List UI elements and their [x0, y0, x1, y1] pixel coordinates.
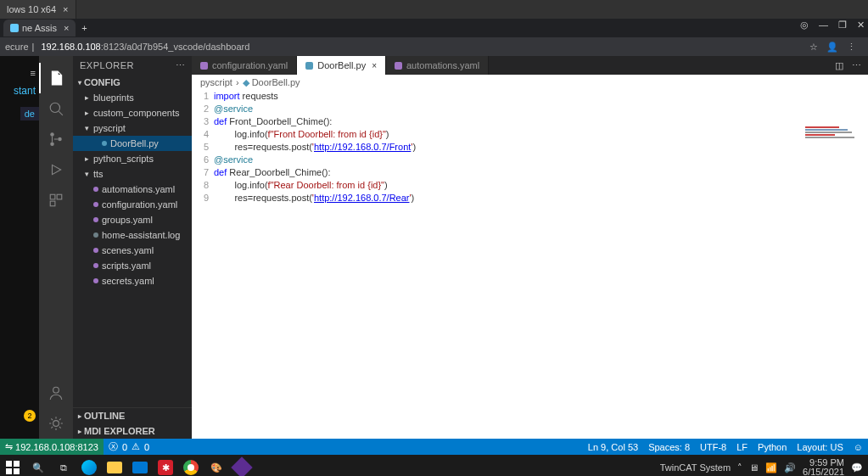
vm-tab-title: lows 10 x64	[7, 4, 56, 14]
clock[interactable]: 9:59 PM 6/15/2021	[803, 458, 844, 476]
edge-icon[interactable]	[76, 455, 102, 476]
vs-icon[interactable]	[229, 455, 255, 476]
svg-rect-6	[50, 201, 55, 206]
cursor-position[interactable]: Ln 9, Col 53	[583, 442, 643, 452]
accounts-icon[interactable]	[39, 378, 73, 408]
tree-item[interactable]: groups.yaml	[73, 212, 192, 227]
svg-point-7	[53, 387, 59, 393]
maximize-icon[interactable]: ❐	[838, 20, 847, 31]
svg-point-2	[50, 142, 54, 146]
addr-path: :8123/a0d7b954_vscode/dashboard	[101, 42, 250, 52]
split-editor-icon[interactable]: ◫	[835, 60, 843, 71]
mail-icon[interactable]	[127, 455, 153, 476]
editor-tab[interactable]: DoorBell.py×	[297, 56, 386, 75]
language-mode[interactable]: Python	[753, 442, 792, 452]
tree-root[interactable]: ▾CONFIG	[73, 75, 192, 90]
settings-icon[interactable]	[39, 408, 73, 439]
explorer-title: EXPLORER	[80, 60, 134, 70]
ha-menu-icon[interactable]: ≡	[27, 64, 39, 81]
browser-tab-close-icon[interactable]: ×	[64, 23, 69, 33]
encoding[interactable]: UTF-8	[695, 442, 731, 452]
svg-point-1	[50, 132, 54, 137]
remote-indicator[interactable]: ⇋ 192.168.0.108:8123	[0, 439, 104, 455]
svg-point-0	[50, 103, 59, 112]
tree-item[interactable]: configuration.yaml	[73, 197, 192, 212]
layout[interactable]: Layout: US	[792, 442, 848, 452]
twincat-label[interactable]: TwinCAT System	[660, 462, 731, 473]
problems-button[interactable]: ⓧ0 ⚠0	[104, 440, 154, 453]
warning-icon: ⚠	[132, 441, 140, 452]
minimap[interactable]	[805, 126, 865, 160]
tree-item[interactable]: secrets.yaml	[73, 273, 192, 288]
vm-tab[interactable]: lows 10 x64 ×	[0, 0, 76, 19]
tree-item[interactable]: DoorBell.py	[73, 136, 192, 151]
start-button[interactable]	[0, 455, 25, 476]
feedback-icon[interactable]: ☺	[848, 442, 868, 452]
editor-tab[interactable]: configuration.yaml	[192, 56, 297, 75]
target-icon[interactable]: ◎	[800, 20, 809, 31]
search-icon[interactable]	[39, 93, 73, 124]
svg-point-3	[58, 137, 62, 142]
tree-item[interactable]: ▸python_scripts	[73, 151, 192, 166]
browser-tab-title: ne Assis	[22, 23, 57, 33]
tree-item[interactable]: scenes.yaml	[73, 243, 192, 258]
tree-item[interactable]: ▾pyscript	[73, 120, 192, 136]
svg-rect-12	[14, 468, 20, 474]
editor-area[interactable]: 123456789 import requests @service def F…	[192, 90, 868, 439]
tray-chevron-icon[interactable]: ˄	[737, 462, 742, 473]
file-explorer-icon[interactable]	[102, 455, 127, 476]
tree-item[interactable]: ▸custom_components	[73, 105, 192, 120]
mdi-section[interactable]: ▸MDI EXPLORER	[73, 423, 192, 439]
svg-rect-10	[14, 461, 20, 467]
source-control-icon[interactable]	[39, 124, 73, 154]
tree-item[interactable]: ▾tts	[73, 166, 192, 182]
outline-section[interactable]: ▸OUTLINE	[73, 407, 192, 423]
chrome-icon[interactable]	[178, 455, 204, 476]
close-icon[interactable]: ✕	[857, 20, 865, 31]
eol[interactable]: LF	[731, 442, 753, 452]
tree-item[interactable]: ▸blueprints	[73, 90, 192, 105]
tree-item[interactable]: home-assistant.log	[73, 227, 192, 243]
more-icon[interactable]: ⋯	[176, 60, 186, 71]
tab-close-icon[interactable]: ×	[372, 61, 377, 70]
vm-tab-close-icon[interactable]: ×	[63, 4, 68, 14]
favicon-icon	[10, 24, 19, 32]
remote-icon: ⇋	[5, 441, 13, 452]
notification-badge[interactable]: 2	[24, 410, 36, 422]
extensions-icon[interactable]	[39, 185, 73, 216]
minimize-icon[interactable]: —	[819, 20, 828, 31]
ha-sidebar-item[interactable]: de	[20, 107, 39, 120]
indentation[interactable]: Spaces: 8	[643, 442, 695, 452]
svg-rect-11	[6, 468, 12, 474]
svg-rect-5	[57, 194, 62, 199]
notifications-icon[interactable]: 💬	[851, 462, 863, 473]
taskbar-search-icon[interactable]: 🔍	[25, 455, 51, 476]
app-icon-red[interactable]: ✱	[153, 455, 178, 476]
tray-network-icon[interactable]: 📶	[765, 462, 777, 473]
tree-item[interactable]: scripts.yaml	[73, 258, 192, 273]
svg-rect-4	[50, 194, 55, 199]
svg-point-8	[53, 421, 59, 427]
address-bar[interactable]: ecure | 192.168.0.108 :8123/a0d7b954_vsc…	[0, 37, 868, 56]
browser-tab[interactable]: ne Assis ×	[3, 20, 76, 36]
menu-icon[interactable]: ⋮	[847, 42, 856, 53]
account-icon[interactable]: 👤	[826, 42, 838, 53]
star-icon[interactable]: ☆	[809, 42, 818, 53]
svg-rect-9	[6, 461, 12, 467]
tray-volume-icon[interactable]: 🔊	[784, 462, 796, 473]
task-view-icon[interactable]: ⧉	[51, 455, 76, 476]
paint-icon[interactable]: 🎨	[204, 455, 229, 476]
breadcrumb[interactable]: pyscript› ◆ DoorBell.py	[192, 75, 868, 90]
addr-host: 192.168.0.108	[41, 42, 100, 52]
debug-icon[interactable]	[39, 154, 73, 185]
tray-monitor-icon[interactable]: 🖥	[749, 462, 759, 473]
explorer-icon[interactable]	[39, 63, 73, 93]
tree-item[interactable]: automations.yaml	[73, 182, 192, 197]
ha-title: stant	[14, 81, 39, 107]
secure-label: ecure	[5, 42, 29, 52]
editor-tab[interactable]: automations.yaml	[386, 56, 489, 75]
more-icon[interactable]: ⋯	[852, 60, 861, 71]
error-icon: ⓧ	[109, 440, 118, 453]
new-tab-button[interactable]: +	[76, 23, 92, 33]
